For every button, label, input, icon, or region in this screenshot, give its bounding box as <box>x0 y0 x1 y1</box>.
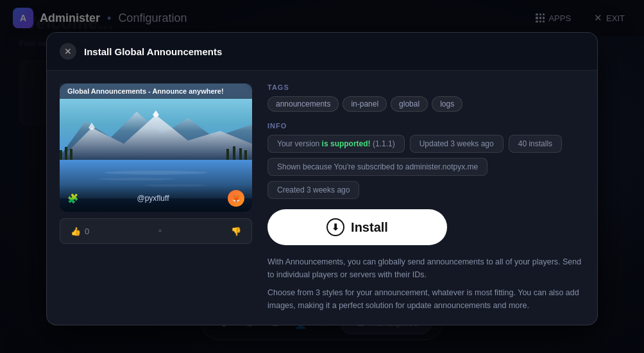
shown-badge: Shown because You're subscribed to admin… <box>267 158 487 176</box>
svg-rect-13 <box>233 146 235 160</box>
tag-announcements[interactable]: announcements <box>267 96 339 112</box>
modal-close-button[interactable]: ✕ <box>60 43 76 60</box>
interaction-bar: 👍 0 • 👎 <box>60 218 252 244</box>
created-badge: Created 3 weeks ago <box>267 181 359 199</box>
install-modal: ✕ Install Global Announcements Global An… <box>46 32 598 325</box>
install-section: ⬇ Install <box>267 209 584 245</box>
dislike-button[interactable]: 👎 <box>231 227 241 236</box>
modal-body: Global Announcements - Announce anywhere… <box>47 71 597 325</box>
modal-overlay: ✕ Install Global Announcements Global An… <box>0 0 644 353</box>
tags-row: announcements in-panel global logs <box>267 96 584 112</box>
image-footer: 🧩 @pyxfluff 🦊 <box>60 185 252 212</box>
modal-header: ✕ Install Global Announcements <box>47 33 597 71</box>
description-1: With Announcements, you can globally sen… <box>267 255 584 281</box>
description-2: Choose from 3 styles for your announceme… <box>267 286 584 312</box>
install-button[interactable]: ⬇ Install <box>267 209 447 245</box>
tag-logs[interactable]: logs <box>432 96 462 112</box>
mountain-scene-svg <box>60 99 252 198</box>
svg-rect-15 <box>244 150 247 160</box>
info-row-1: Your version is supported! (1.1.1) Updat… <box>267 135 584 153</box>
modal-right-panel: TAGS announcements in-panel global logs … <box>267 83 584 312</box>
author-name: @pyxfluff <box>137 194 169 203</box>
svg-rect-10 <box>65 147 67 160</box>
svg-rect-14 <box>239 148 242 160</box>
like-button[interactable]: 👍 0 <box>71 227 89 236</box>
modal-title: Install Global Announcements <box>84 46 222 57</box>
author-avatar: 🦊 <box>228 190 244 207</box>
tag-in-panel[interactable]: in-panel <box>343 96 387 112</box>
svg-rect-12 <box>226 149 229 160</box>
tags-section-label: TAGS <box>267 83 584 91</box>
tag-global[interactable]: global <box>391 96 428 112</box>
app-image-card: Global Announcements - Announce anywhere… <box>60 83 252 212</box>
installs-badge: 40 installs <box>509 135 562 153</box>
svg-point-6 <box>105 171 207 175</box>
updated-badge: Updated 3 weeks ago <box>410 135 504 153</box>
puzzle-icon: 🧩 <box>67 193 78 203</box>
supported-text: is supported! <box>322 139 371 148</box>
svg-rect-9 <box>60 150 62 160</box>
svg-rect-11 <box>70 149 72 160</box>
thumbs-up-icon: 👍 <box>71 227 81 236</box>
app-image-title: Global Announcements - Announce anywhere… <box>60 83 252 99</box>
install-download-icon: ⬇ <box>326 218 344 236</box>
svg-point-7 <box>98 178 175 180</box>
version-badge: Your version is supported! (1.1.1) <box>267 135 405 153</box>
modal-left-panel: Global Announcements - Announce anywhere… <box>60 83 252 312</box>
info-section-label: INFO <box>267 122 584 130</box>
info-row-2: Shown because You're subscribed to admin… <box>267 158 584 199</box>
thumbs-down-icon: 👎 <box>231 227 241 236</box>
